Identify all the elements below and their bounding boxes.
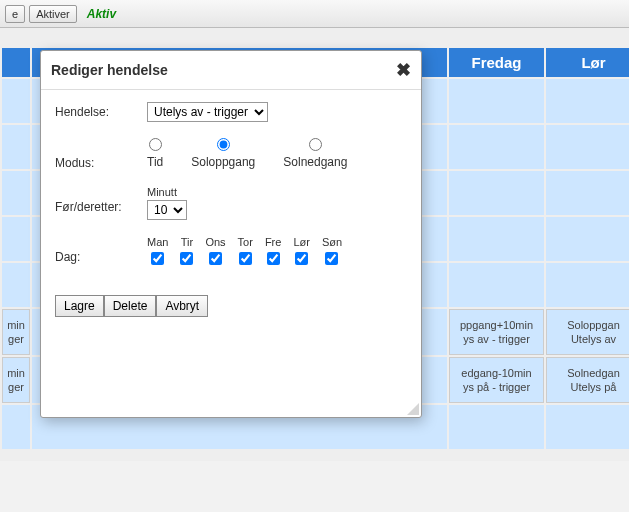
day-label-tir: Tir (181, 236, 193, 248)
lagre-button[interactable]: Lagre (55, 295, 104, 317)
cell-fri-b[interactable]: edgang-10min ys på - trigger (449, 357, 544, 403)
day-label-ons: Ons (205, 236, 225, 248)
day-check-son[interactable] (325, 252, 338, 265)
day-check-fre[interactable] (267, 252, 280, 265)
close-icon[interactable]: ✖ (396, 59, 411, 81)
day-check-ons[interactable] (209, 252, 222, 265)
minutt-select[interactable]: 10 (147, 200, 187, 220)
edit-event-dialog: Rediger hendelse ✖ Hendelse: Utelys av -… (40, 50, 422, 418)
day-label-lor: Lør (293, 236, 310, 248)
modus-label-tid: Tid (147, 155, 163, 169)
active-status: Aktiv (87, 7, 116, 21)
day-check-tir[interactable] (180, 252, 193, 265)
cell-fri-a[interactable]: ppgang+10min ys av - trigger (449, 309, 544, 355)
header-blank1 (2, 48, 30, 77)
avbryt-button[interactable]: Avbryt (156, 295, 208, 317)
day-label-fre: Fre (265, 236, 282, 248)
label-for-deretter: Før/deretter: (55, 186, 147, 214)
label-hendelse: Hendelse: (55, 102, 147, 119)
toolbar-btn-aktiver[interactable]: Aktiver (29, 5, 77, 23)
modus-radio-solnedgang[interactable] (309, 138, 322, 151)
day-check-tor[interactable] (239, 252, 252, 265)
day-label-man: Man (147, 236, 168, 248)
hendelse-select[interactable]: Utelys av - trigger (147, 102, 268, 122)
toolbar-btn-left[interactable]: e (5, 5, 25, 23)
cell-lor-b[interactable]: Solnedgan Utelys på (546, 357, 629, 403)
dialog-title: Rediger hendelse (51, 62, 168, 78)
resize-grip-icon[interactable] (405, 401, 419, 415)
modus-radio-soloppgang[interactable] (217, 138, 230, 151)
day-label-tor: Tor (238, 236, 253, 248)
modus-radio-tid[interactable] (149, 138, 162, 151)
modus-label-solnedgang: Solnedgang (283, 155, 347, 169)
label-minutt: Minutt (147, 186, 187, 198)
cell-left-b[interactable]: min ger (2, 357, 30, 403)
modus-label-soloppgang: Soloppgang (191, 155, 255, 169)
cell-lor-a[interactable]: Soloppgan Utelys av (546, 309, 629, 355)
day-check-man[interactable] (151, 252, 164, 265)
toolbar: e Aktiver Aktiv (0, 0, 629, 28)
delete-button[interactable]: Delete (104, 295, 157, 317)
label-modus: Modus: (55, 138, 147, 170)
day-label-son: Søn (322, 236, 342, 248)
label-dag: Dag: (55, 236, 147, 264)
cell-left-a[interactable]: min ger (2, 309, 30, 355)
header-fredag: Fredag (449, 48, 544, 77)
day-check-lor[interactable] (295, 252, 308, 265)
header-lordag: Lør (546, 48, 629, 77)
